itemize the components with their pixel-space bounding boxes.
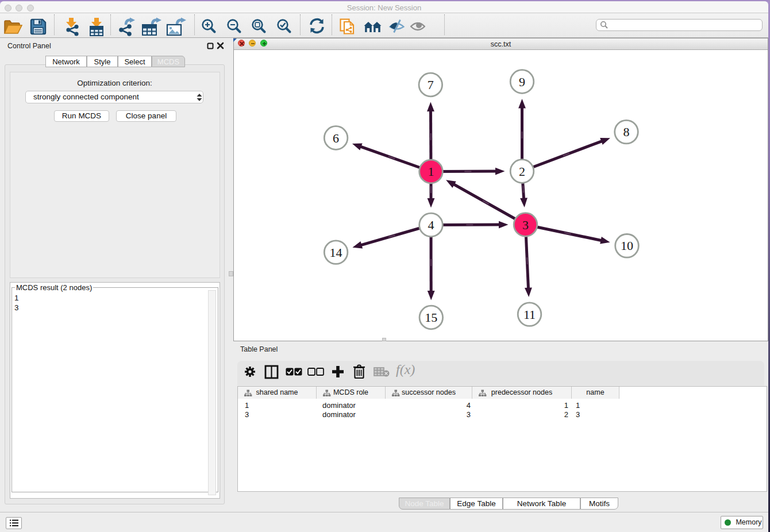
- svg-text:7: 7: [428, 78, 434, 92]
- svg-text:14: 14: [330, 245, 342, 260]
- svg-text:9: 9: [519, 75, 525, 89]
- svg-text:2: 2: [519, 164, 525, 179]
- svg-text:11: 11: [523, 307, 536, 322]
- svg-text:3: 3: [522, 218, 529, 232]
- svg-text:1: 1: [428, 164, 434, 179]
- svg-text:15: 15: [425, 310, 437, 325]
- svg-text:4: 4: [428, 218, 434, 232]
- svg-text:10: 10: [621, 238, 633, 253]
- svg-text:8: 8: [623, 125, 630, 139]
- svg-text:6: 6: [333, 131, 339, 145]
